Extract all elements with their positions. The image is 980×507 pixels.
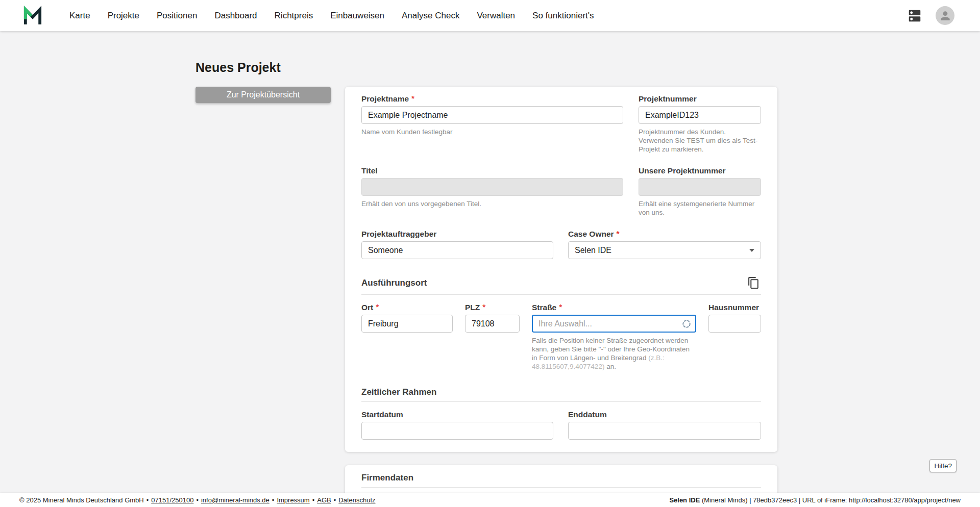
strasse-helper: Falls die Position keiner Straße zugeord… xyxy=(532,336,696,371)
unsere-projektnummer-helper: Erhält eine systemgenerierte Nummer von … xyxy=(639,199,761,217)
copyright-text: © 2025 Mineral Minds Deutschland GmbH xyxy=(19,496,144,504)
case-owner-select[interactable]: Selen IDE xyxy=(568,241,761,259)
user-avatar[interactable] xyxy=(936,6,954,25)
titel-input xyxy=(361,178,623,196)
field-strasse: Straße * xyxy=(532,303,696,333)
nav-item-analyse-check[interactable]: Analyse Check xyxy=(402,11,459,21)
field-titel: Titel Erhält den von uns vorgegebenen Ti… xyxy=(361,166,623,217)
unsere-projektnummer-label: Unsere Projektnummer xyxy=(639,166,726,175)
ort-input[interactable] xyxy=(361,315,453,333)
field-plz: PLZ * xyxy=(465,303,520,333)
project-overview-button[interactable]: Zur Projektübersicht xyxy=(195,87,331,103)
hausnummer-input[interactable] xyxy=(708,315,761,333)
required-asterisk: * xyxy=(411,94,414,103)
enddatum-label: Enddatum xyxy=(568,410,607,419)
copy-location-button[interactable] xyxy=(746,275,761,290)
nav-item-verwalten[interactable]: Verwalten xyxy=(477,11,515,21)
footer-impressum-link[interactable]: Impressum xyxy=(277,496,309,504)
nav-item-positionen[interactable]: Positionen xyxy=(157,11,197,21)
footer-phone-link[interactable]: 07151/250100 xyxy=(151,496,193,504)
required-asterisk: * xyxy=(559,302,562,312)
bullet-separator: • xyxy=(146,496,149,504)
bullet-separator: • xyxy=(272,496,275,504)
bullet-separator: • xyxy=(312,496,315,504)
field-unsere-projektnummer: Unsere Projektnummer Erhält eine systemg… xyxy=(639,166,761,217)
nav-item-einbauweisen[interactable]: Einbauweisen xyxy=(330,11,384,21)
strasse-input[interactable] xyxy=(532,315,696,333)
section-zeitlicher-rahmen-header: Zeitlicher Rahmen xyxy=(361,387,761,402)
projektname-helper: Name vom Kunden festlegbar xyxy=(361,128,623,136)
footer: © 2025 Mineral Minds Deutschland GmbH • … xyxy=(0,493,980,507)
session-user: Selen IDE xyxy=(669,496,700,504)
main-nav: Karte Projekte Positionen Dashboard Rich… xyxy=(69,11,594,21)
session-info: Selen IDE (Mineral Minds) | 78edb372eec3… xyxy=(669,496,961,504)
projektnummer-input[interactable] xyxy=(639,106,761,124)
plz-label: PLZ xyxy=(465,303,480,312)
field-hausnummer: Hausnummer xyxy=(708,303,761,333)
projektname-label: Projektname xyxy=(361,94,409,104)
help-button[interactable]: Hilfe? xyxy=(929,459,957,472)
footer-email-link[interactable]: info@mineral-minds.de xyxy=(201,496,270,504)
field-enddatum: Enddatum xyxy=(568,410,761,440)
field-projektnummer: Projektnummer Projektnummer des Kunden. … xyxy=(639,94,761,154)
bullet-separator: • xyxy=(196,496,199,504)
session-details: (Mineral Minds) | 78edb372eec3 | URL of … xyxy=(700,496,961,504)
unsere-projektnummer-input xyxy=(639,178,761,196)
field-projektname: Projektname * Name vom Kunden festlegbar xyxy=(361,94,623,154)
ort-label: Ort xyxy=(361,303,373,312)
field-case-owner: Case Owner * Selen IDE xyxy=(568,230,761,259)
required-asterisk: * xyxy=(482,302,485,312)
nav-item-karte[interactable]: Karte xyxy=(69,11,90,21)
section-zeitlicher-rahmen-title: Zeitlicher Rahmen xyxy=(361,387,436,397)
projektauftraggeber-label: Projektauftraggeber xyxy=(361,230,436,239)
footer-left: © 2025 Mineral Minds Deutschland GmbH • … xyxy=(19,496,376,504)
bullet-separator: • xyxy=(334,496,336,504)
field-projektauftraggeber: Projektauftraggeber xyxy=(361,230,553,259)
person-icon xyxy=(939,9,952,22)
required-asterisk: * xyxy=(376,302,379,312)
section-firmendaten-title: Firmendaten xyxy=(361,473,413,483)
nav-item-richtpreis[interactable]: Richtpreis xyxy=(275,11,313,21)
nav-item-projekte[interactable]: Projekte xyxy=(108,11,139,21)
field-ort: Ort * xyxy=(361,303,453,333)
nav-item-dashboard[interactable]: Dashboard xyxy=(214,11,257,21)
project-form-card: Projektname * Name vom Kunden festlegbar… xyxy=(345,87,777,452)
main-content: Neues Projekt Zur Projektübersicht Proje… xyxy=(195,60,777,507)
titel-helper: Erhält den von uns vorgegebenen Titel. xyxy=(361,199,623,208)
projektnummer-helper: Projektnummer des Kunden. Verwenden Sie … xyxy=(639,128,761,154)
case-owner-value: Selen IDE xyxy=(575,246,611,255)
server-icon[interactable] xyxy=(906,7,923,24)
strasse-label: Straße xyxy=(532,303,556,312)
chevron-down-icon xyxy=(749,249,754,252)
footer-agb-link[interactable]: AGB xyxy=(317,496,331,504)
section-firmendaten-header: Firmendaten xyxy=(361,473,761,488)
required-asterisk: * xyxy=(617,229,620,238)
startdatum-label: Startdatum xyxy=(361,410,403,419)
plz-input[interactable] xyxy=(465,315,520,333)
field-startdatum: Startdatum xyxy=(361,410,553,440)
brand-logo-icon[interactable] xyxy=(22,6,43,26)
copy-icon xyxy=(747,276,760,289)
page-title: Neues Projekt xyxy=(195,60,777,75)
section-ausfuehrungsort-header: Ausführungsort xyxy=(361,275,761,295)
titel-label: Titel xyxy=(361,166,378,175)
case-owner-label: Case Owner xyxy=(568,230,614,239)
nav-item-so-funktionierts[interactable]: So funktioniert's xyxy=(532,11,594,21)
hausnummer-label: Hausnummer xyxy=(708,303,759,312)
startdatum-input[interactable] xyxy=(361,422,553,440)
top-navbar: Karte Projekte Positionen Dashboard Rich… xyxy=(0,0,980,31)
footer-datenschutz-link[interactable]: Datenschutz xyxy=(338,496,375,504)
projektauftraggeber-input[interactable] xyxy=(361,241,553,259)
enddatum-input[interactable] xyxy=(568,422,761,440)
loading-spinner-icon xyxy=(681,319,692,329)
section-ausfuehrungsort-title: Ausführungsort xyxy=(361,278,427,288)
projektname-input[interactable] xyxy=(361,106,623,124)
projektnummer-label: Projektnummer xyxy=(639,94,697,104)
navbar-right xyxy=(906,6,954,25)
